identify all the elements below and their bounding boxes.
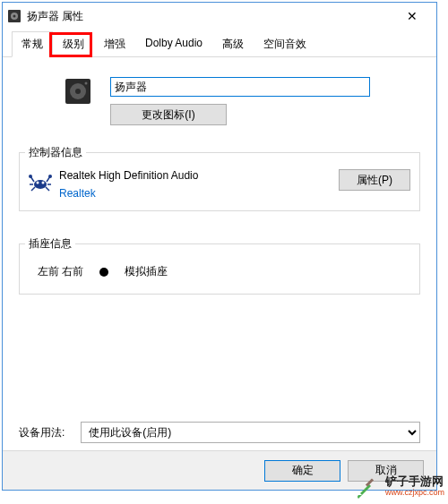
- svg-point-8: [37, 182, 39, 184]
- speaker-titlebar-icon: [7, 9, 22, 23]
- general-panel: 更改图标(I) 控制器信息 Realtek High Definition Au…: [3, 57, 436, 305]
- titlebar: 扬声器 属性 ✕: [3, 3, 436, 30]
- controller-vendor-link[interactable]: Realtek: [59, 187, 332, 200]
- speaker-icon: [64, 77, 92, 106]
- tab-advanced[interactable]: 高级: [212, 31, 254, 57]
- properties-dialog: 扬声器 属性 ✕ 常规 级别 增强 Dolby Audio 高级 空间音效 更改…: [2, 2, 437, 491]
- controller-properties-button[interactable]: 属性(P): [339, 169, 410, 191]
- close-button[interactable]: ✕: [392, 4, 432, 30]
- device-name-input[interactable]: [110, 77, 370, 97]
- usage-row: 设备用法: 使用此设备(启用): [19, 422, 420, 443]
- controller-group-label: 控制器信息: [25, 145, 86, 160]
- svg-point-2: [13, 15, 16, 18]
- window-title: 扬声器 属性: [27, 9, 392, 24]
- tab-enhancements[interactable]: 增强: [94, 31, 135, 57]
- ok-button[interactable]: 确定: [264, 460, 340, 482]
- svg-point-9: [42, 182, 45, 184]
- controller-row: Realtek High Definition Audio Realtek 属性…: [29, 169, 410, 200]
- jack-position: 左前 右前: [38, 264, 83, 279]
- controller-group: 控制器信息 Realtek High Definition Audio Real…: [19, 145, 420, 211]
- jack-type: 模拟插座: [125, 264, 168, 279]
- tab-general[interactable]: 常规: [12, 31, 53, 57]
- controller-info: Realtek High Definition Audio Realtek: [59, 169, 332, 200]
- svg-point-5: [75, 89, 81, 94]
- tab-dolby[interactable]: Dolby Audio: [135, 31, 212, 57]
- change-icon-button[interactable]: 更改图标(I): [110, 104, 227, 125]
- svg-point-11: [48, 175, 52, 178]
- svg-point-7: [34, 180, 47, 189]
- usage-select[interactable]: 使用此设备(启用): [81, 422, 420, 443]
- tab-spatial[interactable]: 空间音效: [254, 31, 316, 57]
- jack-group-label: 插座信息: [25, 236, 75, 252]
- tab-strip: 常规 级别 增强 Dolby Audio 高级 空间音效: [3, 30, 436, 57]
- realtek-crab-icon: [29, 171, 52, 194]
- svg-point-10: [29, 175, 32, 178]
- controller-name: Realtek High Definition Audio: [59, 169, 332, 182]
- tab-levels[interactable]: 级别: [53, 31, 94, 57]
- usage-label: 设备用法:: [19, 425, 65, 440]
- cancel-button[interactable]: 取消: [348, 460, 424, 482]
- jack-color-dot: [99, 268, 108, 277]
- jack-group: 插座信息 左前 右前 模拟插座: [19, 236, 420, 295]
- dialog-button-bar: 确定 取消: [3, 450, 436, 490]
- svg-point-6: [85, 82, 88, 85]
- device-name-column: 更改图标(I): [110, 77, 420, 125]
- jack-row: 左前 右前 模拟插座: [29, 261, 410, 283]
- device-header-row: 更改图标(I): [19, 68, 420, 134]
